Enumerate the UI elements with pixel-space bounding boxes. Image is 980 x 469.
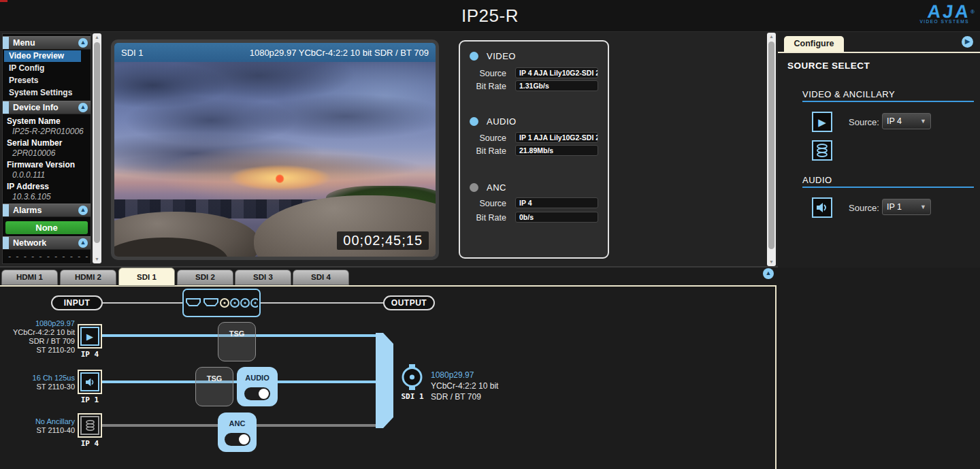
scroll-down-icon[interactable]: ▼ xyxy=(93,255,101,263)
tab-sdi1[interactable]: SDI 1 xyxy=(118,268,175,286)
aja-logo: AJA® VIDEO SYSTEMS xyxy=(900,1,975,30)
audio-input-labels: 16 Ch 125us ST 2110-30 xyxy=(0,374,75,391)
source-select-heading: SOURCE SELECT xyxy=(787,61,870,71)
toggle-knob xyxy=(259,389,269,399)
stream-stats-panel: VIDEO Source IP 4 AJA Lily10G2-SDI 211 B… xyxy=(459,40,609,259)
chevron-up-icon[interactable]: ▲ xyxy=(78,38,88,48)
audio-led-row: AUDIO xyxy=(470,116,517,127)
output-format-line: SDR / BT 709 xyxy=(431,391,498,402)
anc-toggle[interactable] xyxy=(225,433,250,446)
sidebar-item-ip-config[interactable]: IP Config xyxy=(4,63,81,74)
panel-collapse-right-icon[interactable]: ▶ xyxy=(962,36,973,48)
audio-format-line: ST 2110-30 xyxy=(0,383,75,391)
audio-format-line: 16 Ch 125us xyxy=(0,374,75,383)
preview-channel: SDI 1 xyxy=(121,48,144,58)
audio-block-label: AUDIO xyxy=(245,374,269,382)
network-title: Network xyxy=(13,238,78,248)
video-ancillary-group-title: VIDEO & ANCILLARY xyxy=(802,89,895,99)
anc-enable-block: ANC xyxy=(218,413,257,452)
video-source-dropdown[interactable]: IP 4 ▼ xyxy=(882,113,931,129)
audio-toggle[interactable] xyxy=(244,387,270,400)
tab-configure[interactable]: Configure xyxy=(784,36,844,52)
alarms-status-badge: None xyxy=(5,221,88,234)
anc-block-label: ANC xyxy=(229,419,246,427)
output-pill: OUTPUT xyxy=(383,295,435,310)
audio-input-port: IP 1 xyxy=(78,395,102,404)
anc-input-icon[interactable] xyxy=(78,413,102,438)
scroll-down-icon[interactable]: ▼ xyxy=(767,258,776,266)
anc-bitrate-value: 0b/s xyxy=(515,212,598,223)
play-icon: ▶ xyxy=(86,332,93,341)
stacked-discs-icon xyxy=(85,420,95,431)
audio-section-label: AUDIO xyxy=(487,116,517,127)
audio-input-icon[interactable] xyxy=(78,370,102,394)
video-bitrate-label: Bit Rate xyxy=(460,82,506,91)
page-title: IP25-R xyxy=(0,5,980,27)
mux-funnel xyxy=(376,333,393,428)
scrollbar-thumb[interactable] xyxy=(94,42,100,243)
video-format-line: ST 2110-20 xyxy=(0,346,75,355)
group-rule xyxy=(802,101,974,102)
ports-glyph xyxy=(185,293,258,313)
registered-mark: ® xyxy=(970,9,975,15)
anc-format-line: ST 2110-40 xyxy=(0,426,75,435)
video-format-line: 1080p29.97 xyxy=(0,319,75,328)
anc-source-value: IP 4 xyxy=(515,197,598,208)
speaker-icon xyxy=(812,197,832,218)
preview-format: 1080p29.97 YCbCr-4:2:2 10 bit SDR / BT 7… xyxy=(250,48,429,58)
io-detail-panel: HDMI 1 HDMI 2 SDI 1 SDI 2 SDI 3 SDI 4 ▲ … xyxy=(0,268,980,469)
section-accent xyxy=(3,204,9,216)
audio-tsg-block[interactable]: TSG xyxy=(195,367,233,406)
video-tsg-block[interactable]: TSG xyxy=(218,322,256,361)
scroll-up-icon[interactable]: ▲ xyxy=(93,33,101,42)
video-preview-image: 00;02;45;15 xyxy=(114,62,436,257)
audio-enable-block: AUDIO xyxy=(237,367,278,406)
audio-bitrate-label: Bit Rate xyxy=(460,146,506,156)
video-input-icon[interactable]: ▶ xyxy=(78,324,102,349)
ancillary-icon xyxy=(812,140,832,161)
chevron-up-icon[interactable]: ▲ xyxy=(78,103,88,112)
section-accent xyxy=(3,37,9,49)
menu-section-title: Menu xyxy=(13,38,78,48)
system-name-value: IP25-R-2PR010006 xyxy=(3,127,91,136)
speaker-glyph xyxy=(816,202,828,213)
video-source-value: IP 4 AJA Lily10G2-SDI 211 xyxy=(515,67,598,78)
chevron-down-icon: ▼ xyxy=(920,204,926,210)
audio-source-select-label: Source: xyxy=(849,203,879,213)
toggle-knob xyxy=(239,434,249,444)
video-preview-frame: SDI 1 1080p29.97 YCbCr-4:2:2 10 bit SDR … xyxy=(111,39,439,260)
video-format-line: SDR / BT 709 xyxy=(0,337,75,346)
chevron-up-icon[interactable]: ▲ xyxy=(78,238,88,248)
network-section-header[interactable]: Network ▲ xyxy=(3,236,91,250)
device-info-section-header[interactable]: Device Info ▲ xyxy=(3,101,91,114)
scrollbar-thumb[interactable] xyxy=(768,42,774,249)
stacked-discs-glyph xyxy=(816,144,828,157)
firmware-version-value: 0.0.0.111 xyxy=(3,170,91,180)
configure-panel: Configure ▶ SOURCE SELECT VIDEO & ANCILL… xyxy=(778,32,980,268)
main-scrollbar[interactable]: ▲ ▼ xyxy=(767,33,776,266)
sidebar-item-system-settings[interactable]: System Settings xyxy=(4,87,81,99)
chevron-up-icon[interactable]: ▲ xyxy=(78,206,88,215)
alarms-section-header[interactable]: Alarms ▲ xyxy=(3,204,91,217)
menu-section-header[interactable]: Menu ▲ xyxy=(3,36,91,50)
video-source-label: Source xyxy=(460,69,506,78)
scroll-up-icon[interactable]: ▲ xyxy=(767,33,776,41)
group-rule xyxy=(802,187,974,188)
video-preview-header: SDI 1 1080p29.97 YCbCr-4:2:2 10 bit SDR … xyxy=(114,43,436,62)
anc-led-row: ANC xyxy=(470,182,506,193)
section-accent xyxy=(3,237,9,249)
video-input-port: IP 4 xyxy=(78,350,102,359)
panel-collapse-up-icon[interactable]: ▲ xyxy=(763,268,774,279)
alarms-title: Alarms xyxy=(13,206,78,215)
ip-address-value: 10.3.6.105 xyxy=(3,192,91,201)
audio-bitrate-value: 21.89Mb/s xyxy=(515,145,598,156)
firmware-version-label: Firmware Version xyxy=(3,160,91,169)
output-format-labels: 1080p29.97 YCbCr-4:2:2 10 bit SDR / BT 7… xyxy=(431,370,498,402)
chevron-down-icon: ▼ xyxy=(920,118,926,125)
sidebar-scrollbar[interactable]: ▲ ▼ xyxy=(93,33,101,263)
audio-source-dropdown[interactable]: IP 1 ▼ xyxy=(882,199,931,215)
sidebar-item-video-preview[interactable]: Video Preview xyxy=(4,50,81,62)
anc-input-port: IP 4 xyxy=(78,439,102,448)
video-source-selected: IP 4 xyxy=(887,116,920,126)
sidebar-item-presets[interactable]: Presets xyxy=(4,75,81,86)
